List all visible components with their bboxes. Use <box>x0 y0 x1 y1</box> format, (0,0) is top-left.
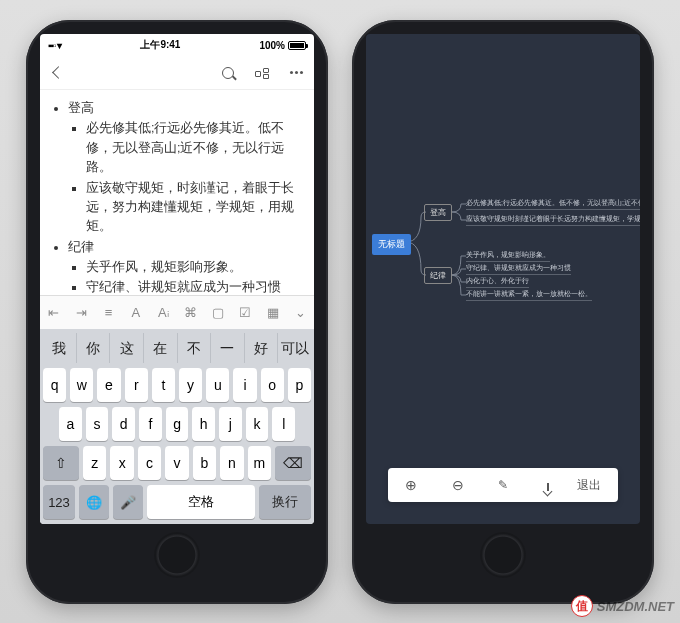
list-item: 纪律 关乎作风，规矩影响形象。 守纪律、讲规矩就应成为一种习惯 内化于心、外化于… <box>68 238 304 295</box>
screen-editor: ▪▪▫ ▾ 上午9:41 100% 登高 <box>40 34 314 524</box>
mic-key[interactable]: 🎤 <box>113 485 143 519</box>
key[interactable]: r <box>125 368 148 402</box>
zoom-out-icon[interactable]: ⊖ <box>452 477 464 493</box>
key[interactable]: l <box>272 407 295 441</box>
checkbox-icon[interactable]: ☑ <box>235 305 255 320</box>
key[interactable]: s <box>86 407 109 441</box>
battery-indicator: 100% <box>259 40 306 51</box>
align-icon[interactable]: ≡ <box>98 305 118 320</box>
zoom-in-icon[interactable]: ⊕ <box>405 477 417 493</box>
key[interactable]: m <box>248 446 271 480</box>
key[interactable]: p <box>288 368 311 402</box>
more-icon[interactable] <box>288 65 304 81</box>
key[interactable]: n <box>220 446 243 480</box>
mindmap-leaf[interactable]: 必先修其低;行远必先修其近。低不修，无以登高山;近不修，无以行远路。 <box>466 198 640 210</box>
image-icon[interactable]: ▢ <box>208 305 228 320</box>
key[interactable]: x <box>110 446 133 480</box>
outdent-icon[interactable]: ⇤ <box>44 305 64 320</box>
list-item: 登高 必先修其低;行远必先修其近。低不修，无以登高山;近不修，无以行远路。 应该… <box>68 99 304 237</box>
suggestion[interactable]: 一 <box>211 333 245 363</box>
mindmap-leaf[interactable]: 内化于心、外化于行 <box>466 276 529 288</box>
mindmap-node[interactable]: 纪律 <box>424 267 452 284</box>
mindmap-leaf[interactable]: 守纪律、讲规矩就应成为一种习惯 <box>466 263 571 275</box>
key[interactable]: w <box>70 368 93 402</box>
key[interactable]: u <box>206 368 229 402</box>
key[interactable]: o <box>261 368 284 402</box>
key[interactable]: t <box>152 368 175 402</box>
key[interactable]: q <box>43 368 66 402</box>
suggestion[interactable]: 在 <box>144 333 178 363</box>
mindmap-leaf[interactable]: 关乎作风，规矩影响形象。 <box>466 250 550 262</box>
exit-button[interactable]: 退出 <box>577 477 601 494</box>
back-icon[interactable] <box>50 65 66 81</box>
watermark: 值 SMZDM.NET <box>571 595 674 617</box>
suggestion[interactable]: 好 <box>245 333 279 363</box>
delete-key[interactable]: ⌫ <box>275 446 311 480</box>
outline-list: 登高 必先修其低;行远必先修其近。低不修，无以登高山;近不修，无以行远路。 应该… <box>50 99 304 295</box>
phone-left: ▪▪▫ ▾ 上午9:41 100% 登高 <box>26 20 328 604</box>
key[interactable]: j <box>219 407 242 441</box>
globe-key[interactable]: 🌐 <box>79 485 109 519</box>
connector-lines <box>366 34 640 354</box>
status-time: 上午9:41 <box>140 38 180 52</box>
watermark-badge-icon: 值 <box>571 595 593 617</box>
phone-right: 无标题 登高 纪律 必先修其低;行远必先修其近。低不修，无以登高山;近不修，无以… <box>352 20 654 604</box>
search-icon[interactable] <box>220 65 236 81</box>
suggestion[interactable]: 可以 <box>278 333 311 363</box>
key[interactable]: g <box>166 407 189 441</box>
key[interactable]: f <box>139 407 162 441</box>
list-item: 应该敬守规矩，时刻谨记，着眼于长远，努力构建懂规矩，学规矩，用规矩。 <box>86 179 304 237</box>
key[interactable]: y <box>179 368 202 402</box>
key[interactable]: v <box>165 446 188 480</box>
tag-icon[interactable]: ⌘ <box>181 305 201 320</box>
space-key[interactable]: 空格 <box>147 485 255 519</box>
mindmap-canvas[interactable]: 无标题 登高 纪律 必先修其低;行远必先修其近。低不修，无以登高山;近不修，无以… <box>366 34 640 524</box>
key[interactable]: b <box>193 446 216 480</box>
keyboard: 我 你 这 在 不 一 好 可以 q w e r t y u i <box>40 329 314 524</box>
mindmap-root[interactable]: 无标题 <box>372 234 411 255</box>
format-toolbar: ⇤ ⇥ ≡ A Aᵢ ⌘ ▢ ☑ ▦ ⌄ <box>40 295 314 329</box>
key[interactable]: c <box>138 446 161 480</box>
textstyle-icon[interactable]: Aᵢ <box>153 305 173 320</box>
key[interactable]: k <box>246 407 269 441</box>
key[interactable]: e <box>97 368 120 402</box>
indent-icon[interactable]: ⇥ <box>71 305 91 320</box>
list-item: 必先修其低;行远必先修其近。低不修，无以登高山;近不修，无以行远路。 <box>86 119 304 177</box>
key[interactable]: i <box>233 368 256 402</box>
shift-key[interactable]: ⇧ <box>43 446 79 480</box>
suggestion[interactable]: 我 <box>43 333 77 363</box>
key[interactable]: a <box>59 407 82 441</box>
screen-mindmap: 无标题 登高 纪律 必先修其低;行远必先修其近。低不修，无以登高山;近不修，无以… <box>366 34 640 524</box>
font-icon[interactable]: A <box>126 305 146 320</box>
return-key[interactable]: 换行 <box>259 485 311 519</box>
suggestion-bar: 我 你 这 在 不 一 好 可以 <box>43 333 311 363</box>
list-item: 守纪律、讲规矩就应成为一种习惯 <box>86 278 304 295</box>
list-item: 关乎作风，规矩影响形象。 <box>86 258 304 277</box>
keyboard-hide-icon[interactable]: ⌄ <box>290 305 310 320</box>
mindmap-leaf[interactable]: 不能讲一讲就紧一紧，放一放就松一松。 <box>466 289 592 301</box>
suggestion[interactable]: 不 <box>178 333 212 363</box>
mindmap-node[interactable]: 登高 <box>424 204 452 221</box>
suggestion[interactable]: 你 <box>77 333 111 363</box>
key[interactable]: h <box>192 407 215 441</box>
key[interactable]: z <box>83 446 106 480</box>
mindmap-toolbar: ⊕ ⊖ ✎ 退出 <box>388 468 618 502</box>
mindmap-leaf[interactable]: 应该敬守规矩时刻谨记着眼于长远努力构建懂规矩，学规矩，用规矩。 <box>466 214 640 226</box>
status-bar: ▪▪▫ ▾ 上午9:41 100% <box>40 34 314 56</box>
signal-icon: ▪▪▫ ▾ <box>48 40 61 51</box>
mindmap-icon[interactable] <box>254 65 270 81</box>
nav-bar <box>40 56 314 90</box>
note-body[interactable]: 登高 必先修其低;行远必先修其近。低不修，无以登高山;近不修，无以行远路。 应该… <box>40 90 314 295</box>
key[interactable]: d <box>112 407 135 441</box>
numbers-key[interactable]: 123 <box>43 485 75 519</box>
edit-icon[interactable]: ✎ <box>498 478 508 492</box>
suggestion[interactable]: 这 <box>110 333 144 363</box>
grid-icon[interactable]: ▦ <box>263 305 283 320</box>
